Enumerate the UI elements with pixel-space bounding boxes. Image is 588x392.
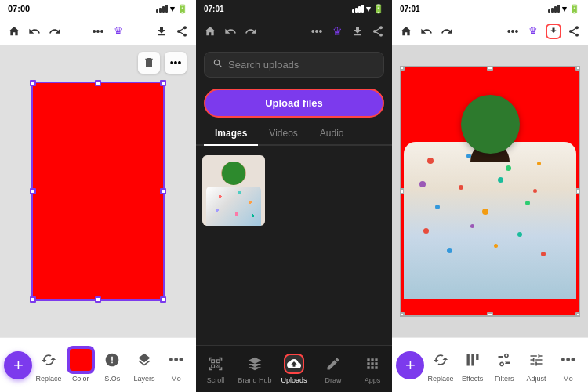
search-bar-container (196, 45, 392, 84)
search-input[interactable] (228, 59, 376, 71)
right-replace-label: Replace (427, 375, 453, 383)
uploads-crown-icon[interactable]: ♛ (329, 24, 345, 39)
layers-label: Layers (133, 375, 154, 383)
right-toolbar-left (398, 24, 455, 39)
selection-handle-ml (30, 188, 36, 194)
right-download-icon[interactable] (546, 24, 561, 39)
adjust-tool[interactable]: Adjust (521, 347, 552, 383)
left-canvas-area: ••• (0, 45, 196, 337)
add-button[interactable]: + (4, 351, 32, 379)
download-icon[interactable] (154, 24, 169, 39)
more-tool[interactable]: ••• Mo (161, 347, 192, 383)
uploads-redo-icon[interactable] (243, 24, 259, 39)
effects-tool[interactable]: Effects (457, 347, 488, 383)
right-crown-icon[interactable]: ♛ (525, 24, 541, 39)
effects-label: Effects (462, 375, 483, 383)
right-signal-icon (548, 5, 560, 13)
right-redo-icon[interactable] (439, 24, 455, 39)
right-replace-tool[interactable]: Replace (425, 347, 456, 383)
crown-icon[interactable]: ♛ (111, 24, 126, 39)
tab-videos[interactable]: Videos (258, 122, 308, 144)
left-time: 07:00 (8, 4, 30, 13)
uploads-share-icon[interactable] (370, 24, 386, 39)
uploads-toolbar-left (202, 24, 259, 39)
uploads-download-icon[interactable] (350, 24, 365, 39)
share-icon[interactable] (174, 24, 190, 39)
nav-brandhub[interactable]: Brand Hub (238, 354, 273, 384)
right-more-label: Mo (563, 375, 573, 383)
canvas-more-button[interactable]: ••• (165, 52, 187, 74)
replace-tool[interactable]: Replace (33, 347, 64, 383)
layers-tool[interactable]: Layers (129, 347, 160, 383)
right-canvas-image (400, 66, 580, 317)
right-undo-icon[interactable] (419, 24, 434, 39)
right-more-tool[interactable]: ••• Mo (553, 347, 584, 383)
right-wifi-icon: ▾ (562, 4, 567, 14)
toolbar-center-left: ••• ♛ (90, 24, 126, 39)
filters-icon (492, 347, 517, 372)
right-status-bar: 07:01 ▾ 🔋 (392, 0, 588, 17)
canvas-toolbar: ••• (138, 52, 187, 74)
replace-label: Replace (35, 375, 61, 383)
uploads-wifi-icon: ▾ (366, 4, 371, 14)
brandhub-icon (245, 354, 265, 374)
right-toolbar: ••• ♛ (392, 17, 588, 45)
right-home-icon[interactable] (398, 24, 414, 39)
more-bottom-icon: ••• (164, 347, 189, 372)
toolbar-left (6, 24, 63, 39)
nav-scroll[interactable]: Scroll (198, 354, 234, 384)
brandhub-label: Brand Hub (238, 376, 271, 384)
draw-icon (323, 354, 343, 374)
nav-apps[interactable]: Apps (355, 354, 390, 384)
uploads-undo-icon[interactable] (223, 24, 238, 39)
right-canvas-area (392, 45, 588, 337)
selection-handle-tm (95, 80, 101, 86)
upload-files-button[interactable]: Upload files (204, 89, 384, 118)
right-panel: 07:01 ▾ 🔋 ••• ♛ (392, 0, 588, 392)
right-status-icons: ▾ 🔋 (548, 4, 580, 14)
uploads-time: 07:01 (204, 5, 224, 13)
color-swatch (68, 347, 93, 372)
uploads-toolbar-right: ••• ♛ (309, 24, 386, 39)
home-icon[interactable] (6, 24, 22, 39)
filters-tool[interactable]: Filters (488, 347, 520, 383)
selection-handle-br (160, 296, 166, 303)
color-tool[interactable]: Color (65, 347, 96, 383)
tab-images[interactable]: Images (204, 122, 258, 144)
right-more-bottom-icon: ••• (556, 347, 581, 372)
draw-label: Draw (325, 376, 341, 384)
upload-thumbnail[interactable] (202, 155, 265, 226)
battery-icon: 🔋 (177, 4, 188, 14)
selection-handle-mr (160, 188, 166, 194)
nav-draw[interactable]: Draw (316, 354, 351, 384)
sos-tool[interactable]: S.Os (96, 347, 128, 383)
uploads-more-icon[interactable]: ••• (309, 24, 325, 39)
more-label: Mo (171, 375, 181, 383)
search-input-wrap[interactable] (204, 52, 384, 78)
sos-label: S.Os (104, 375, 120, 383)
redo-icon[interactable] (47, 24, 63, 39)
effects-icon (460, 347, 485, 372)
layers-icon (132, 347, 157, 372)
right-more-icon[interactable]: ••• (505, 24, 521, 39)
tab-audio[interactable]: Audio (309, 122, 355, 144)
uploads-status-icons: ▾ 🔋 (352, 4, 384, 14)
adjust-label: Adjust (526, 375, 546, 383)
wifi-icon: ▾ (170, 4, 175, 14)
selection-handle-bm (95, 296, 101, 303)
uploads-home-icon[interactable] (202, 24, 218, 39)
right-add-button[interactable]: + (396, 351, 424, 379)
uploads-bottom-nav: Scroll Brand Hub Uploads Draw Apps (196, 345, 392, 392)
right-battery-icon: 🔋 (569, 4, 580, 14)
right-time: 07:01 (400, 5, 420, 13)
trash-button[interactable] (138, 52, 160, 74)
uploads-tabs: Images Videos Audio (196, 122, 392, 146)
scroll-label: Scroll (207, 376, 225, 384)
uploads-battery-icon: 🔋 (373, 4, 384, 14)
nav-uploads[interactable]: Uploads (277, 354, 312, 384)
color-label: Color (72, 375, 89, 383)
undo-icon[interactable] (27, 24, 42, 39)
more-icon[interactable]: ••• (90, 24, 106, 39)
right-share-icon[interactable] (566, 24, 582, 39)
selection-handle-bl (30, 296, 36, 303)
